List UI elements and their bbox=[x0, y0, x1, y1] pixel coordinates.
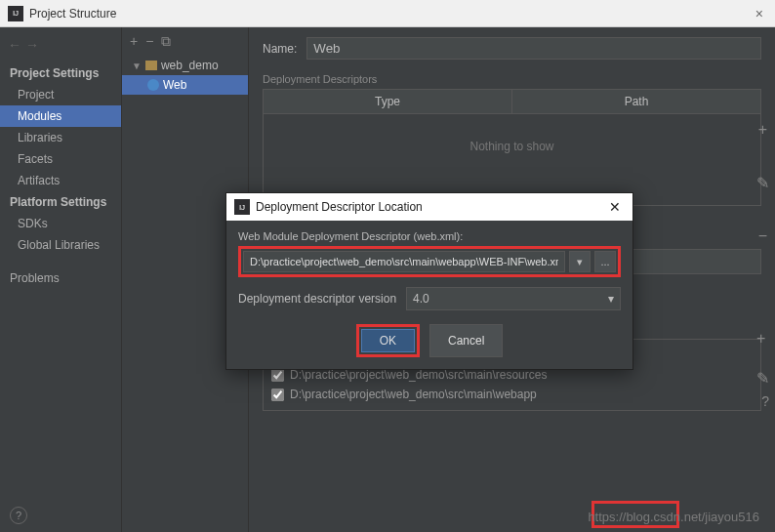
help-question-icon[interactable]: ? bbox=[761, 393, 769, 409]
sidebar-item-libraries[interactable]: Libraries bbox=[0, 127, 121, 148]
sidebar-item-artifacts[interactable]: Artifacts bbox=[0, 170, 121, 191]
deploy-descriptors-table: Type Path Nothing to show bbox=[263, 89, 761, 206]
tree-child-label: Web bbox=[163, 78, 186, 92]
name-label: Name: bbox=[263, 42, 297, 56]
dialog-close-button[interactable]: ✕ bbox=[605, 199, 625, 215]
col-type: Type bbox=[264, 90, 512, 113]
source-root-path: D:\practice\project\web_demo\src\main\we… bbox=[290, 388, 537, 401]
tree-root-label: web_demo bbox=[161, 59, 219, 72]
chevron-down-icon: ▾ bbox=[608, 292, 614, 306]
dialog-app-icon: IJ bbox=[234, 199, 250, 215]
dialog-title: Deployment Descriptor Location bbox=[256, 200, 605, 214]
tree-root[interactable]: ▼ web_demo bbox=[122, 56, 248, 75]
window-close-button[interactable]: × bbox=[752, 6, 767, 21]
titlebar: IJ Project Structure × bbox=[0, 0, 775, 27]
forward-icon[interactable]: → bbox=[25, 37, 39, 53]
project-settings-header: Project Settings bbox=[0, 62, 121, 84]
watermark: https://blog.csdn.net/jiayou516 bbox=[588, 510, 759, 524]
col-path: Path bbox=[512, 90, 760, 113]
table-empty-text: Nothing to show bbox=[264, 114, 760, 179]
chevron-down-icon[interactable]: ▼ bbox=[132, 61, 142, 71]
webxml-label: Web Module Deployment Descriptor (web.xm… bbox=[238, 230, 621, 242]
cancel-button[interactable]: Cancel bbox=[429, 324, 503, 357]
help-button[interactable]: ? bbox=[10, 507, 27, 524]
edit-web-resource-icon[interactable]: ✎ bbox=[756, 369, 769, 388]
path-dropdown-button[interactable]: ▾ bbox=[569, 251, 591, 272]
sidebar-item-facets[interactable]: Facets bbox=[0, 148, 121, 170]
back-icon[interactable]: ← bbox=[8, 37, 21, 53]
sidebar-item-project[interactable]: Project bbox=[0, 84, 121, 105]
source-root-path: D:\practice\project\web_demo\src\main\re… bbox=[290, 368, 547, 382]
tree-add-icon[interactable]: + bbox=[130, 33, 138, 50]
folder-icon bbox=[145, 61, 157, 70]
version-value: 4.0 bbox=[413, 292, 429, 306]
tree-child-web[interactable]: Web bbox=[122, 75, 248, 95]
edit-descriptor-icon[interactable]: ✎ bbox=[756, 174, 769, 192]
web-icon bbox=[147, 79, 159, 91]
tree-remove-icon[interactable]: − bbox=[145, 33, 153, 50]
nav-arrows: ← → bbox=[0, 33, 121, 62]
version-label: Deployment descriptor version bbox=[238, 292, 396, 306]
version-select[interactable]: 4.0 ▾ bbox=[406, 287, 621, 310]
app-icon: IJ bbox=[8, 6, 23, 21]
sidebar-item-sdks[interactable]: SDKs bbox=[0, 213, 121, 234]
sidebar-item-modules[interactable]: Modules bbox=[0, 105, 121, 127]
platform-settings-header: Platform Settings bbox=[0, 191, 121, 213]
add-web-resource-icon[interactable]: + bbox=[756, 330, 769, 348]
browse-button[interactable]: ... bbox=[594, 251, 616, 272]
sidebar: ← → Project Settings Project Modules Lib… bbox=[0, 27, 122, 532]
add-descriptor-icon[interactable]: + bbox=[758, 121, 767, 139]
source-root-check[interactable] bbox=[271, 389, 284, 401]
highlight-path-box: ▾ ... bbox=[238, 246, 621, 277]
ok-button[interactable]: OK bbox=[361, 329, 415, 352]
highlight-ok-box: OK bbox=[356, 324, 420, 357]
tree-copy-icon[interactable]: ⧉ bbox=[161, 33, 171, 50]
name-input[interactable] bbox=[306, 37, 761, 60]
remove-descriptor-icon[interactable]: − bbox=[758, 227, 767, 245]
source-root-row[interactable]: D:\practice\project\web_demo\src\main\we… bbox=[271, 385, 753, 404]
sidebar-item-global-libraries[interactable]: Global Libraries bbox=[0, 234, 121, 256]
deploy-descriptors-label: Deployment Descriptors bbox=[263, 73, 761, 85]
window-title: Project Structure bbox=[29, 7, 752, 20]
deployment-descriptor-dialog: IJ Deployment Descriptor Location ✕ Web … bbox=[225, 192, 633, 370]
sidebar-item-problems[interactable]: Problems bbox=[0, 267, 121, 289]
webxml-path-input[interactable] bbox=[243, 251, 565, 272]
source-root-check[interactable] bbox=[271, 369, 284, 382]
